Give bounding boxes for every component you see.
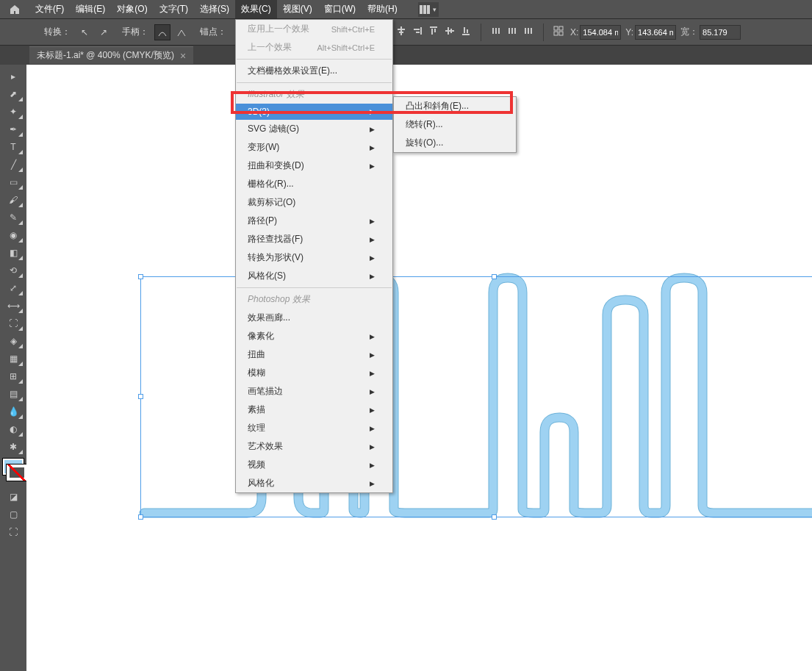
eraser-tool[interactable]: ◧ [2, 244, 24, 262]
selection-handle[interactable] [138, 274, 143, 279]
dd-crop-marks[interactable]: 裁剪标记(O) [236, 193, 392, 212]
toolbox: ▸ ⬈ ✦ ✒ T ╱ ▭ 🖌 ✎ ◉ ◧ ⟲ ⤢ ⟷ ⛶ ◈ ▦ ⊞ ▤ 💧 … [0, 65, 26, 671]
svg-rect-17 [450, 29, 452, 33]
dd-convert-shape[interactable]: 转换为形状(V)▶ [236, 248, 392, 267]
workspace-switcher[interactable] [418, 2, 439, 17]
anchor-label: 锚点： [200, 26, 226, 38]
sub-revolve[interactable]: 绕转(R)... [394, 115, 516, 134]
line-tool[interactable]: ╱ [2, 156, 24, 173]
screen-mode-icon[interactable]: ⛶ [2, 523, 24, 541]
dd-path[interactable]: 路径(P)▶ [236, 212, 392, 230]
perspective-tool[interactable]: ▦ [2, 350, 24, 367]
dd-distort[interactable]: 扭曲和变换(D)▶ [236, 157, 392, 175]
y-coord: Y: [625, 25, 676, 40]
dist-3-icon[interactable] [521, 24, 536, 38]
dd-blur[interactable]: 模糊▶ [236, 364, 392, 382]
w-input[interactable] [700, 25, 741, 40]
main-menu: 文件(F) 编辑(E) 对象(O) 文字(T) 选择(S) 效果(C) 视图(V… [29, 0, 403, 18]
dd-artistic[interactable]: 艺术效果▶ [236, 437, 392, 456]
tab-title: 未标题-1.ai* @ 400% (CMYK/预览) [37, 49, 174, 62]
svg-rect-32 [554, 32, 558, 35]
document-tab[interactable]: 未标题-1.ai* @ 400% (CMYK/预览) × [29, 46, 193, 64]
menu-edit[interactable]: 编辑(E) [70, 0, 111, 18]
type-tool[interactable]: T [2, 138, 24, 156]
convert-smooth-icon[interactable]: ↗ [96, 24, 112, 40]
dd-rasterize[interactable]: 栅格化(R)... [236, 175, 392, 193]
x-input[interactable] [580, 25, 621, 40]
dd-brush-strokes[interactable]: 画笔描边▶ [236, 382, 392, 401]
dd-texture[interactable]: 纹理▶ [236, 419, 392, 437]
selection-handle[interactable] [492, 274, 497, 279]
dd-video[interactable]: 视频▶ [236, 456, 392, 474]
svg-rect-33 [559, 32, 563, 35]
dd-pixelate[interactable]: 像素化▶ [236, 327, 392, 345]
menu-help[interactable]: 帮助(H) [362, 0, 403, 18]
align-vcenter-icon[interactable] [442, 24, 457, 38]
handle-icon-1[interactable] [154, 24, 170, 40]
dd-last-effect: 上一个效果Alt+Shift+Ctrl+E [236, 38, 392, 57]
stroke-swatch[interactable] [7, 464, 27, 481]
dd-distort-p[interactable]: 扭曲▶ [236, 345, 392, 364]
gradient-tool[interactable]: ▤ [2, 385, 24, 403]
width-tool[interactable]: ⟷ [2, 297, 24, 315]
sub-extrude-bevel[interactable]: 凸出和斜角(E)... [394, 97, 516, 115]
menu-type[interactable]: 文字(T) [154, 0, 194, 18]
dd-stylize-p[interactable]: 风格化▶ [236, 474, 392, 492]
dist-2-icon[interactable] [505, 24, 520, 38]
color-mode-icon[interactable]: ◪ [2, 488, 24, 506]
svg-rect-22 [495, 28, 497, 34]
handle-icon-2[interactable] [173, 24, 190, 40]
brush-tool[interactable]: 🖌 [2, 191, 24, 209]
free-transform-tool[interactable]: ⛶ [2, 315, 24, 332]
grid-icon[interactable] [551, 24, 566, 38]
mesh-tool[interactable]: ⊞ [2, 367, 24, 385]
pencil-tool[interactable]: ✎ [2, 209, 24, 226]
align-icons [378, 24, 566, 41]
dd-svg-filters[interactable]: SVG 滤镜(G)▶ [236, 120, 392, 138]
dd-warp[interactable]: 变形(W)▶ [236, 138, 392, 157]
dd-effect-gallery[interactable]: 效果画廊... [236, 309, 392, 327]
control-bar: 转换： ↖ ↗ 手柄： 锚点： X: Y: 宽： [0, 19, 812, 46]
symbol-sprayer-tool[interactable]: ✱ [2, 438, 24, 456]
svg-rect-26 [514, 28, 516, 34]
workspace: ▸ ⬈ ✦ ✒ T ╱ ▭ 🖌 ✎ ◉ ◧ ⟲ ⤢ ⟷ ⛶ ◈ ▦ ⊞ ▤ 💧 … [0, 65, 812, 671]
align-right-icon[interactable] [410, 24, 425, 38]
home-icon[interactable] [6, 1, 24, 18]
menu-view[interactable]: 视图(V) [277, 0, 318, 18]
y-input[interactable] [635, 25, 676, 40]
selection-tool[interactable]: ▸ [2, 68, 24, 85]
rectangle-tool[interactable]: ▭ [2, 173, 24, 191]
menu-select[interactable]: 选择(S) [194, 0, 235, 18]
selection-handle[interactable] [138, 514, 143, 520]
align-hcenter-icon[interactable] [394, 24, 409, 38]
pen-tool[interactable]: ✒ [2, 121, 24, 138]
align-bottom-icon[interactable] [459, 24, 473, 38]
sub-rotate[interactable]: 旋转(O)... [394, 134, 516, 152]
menu-window[interactable]: 窗口(W) [318, 0, 362, 18]
convert-anchor-icon[interactable]: ↖ [76, 24, 93, 40]
rotate-tool[interactable]: ⟲ [2, 262, 24, 279]
canvas[interactable] [26, 65, 812, 671]
draw-mode-icon[interactable]: ▢ [2, 506, 24, 523]
menu-effect[interactable]: 效果(C) [235, 0, 277, 18]
menu-file[interactable]: 文件(F) [29, 0, 70, 18]
dd-stylize-i[interactable]: 风格化(S)▶ [236, 267, 392, 285]
selection-handle[interactable] [492, 514, 497, 520]
selection-handle[interactable] [138, 394, 143, 399]
scale-tool[interactable]: ⤢ [2, 279, 24, 297]
direct-selection-tool[interactable]: ⬈ [2, 85, 24, 103]
dd-doc-raster[interactable]: 文档栅格效果设置(E)... [236, 62, 392, 80]
eyedropper-tool[interactable]: 💧 [2, 403, 24, 420]
dd-pathfinder[interactable]: 路径查找器(F)▶ [236, 230, 392, 248]
menu-object[interactable]: 对象(O) [111, 0, 153, 18]
shape-builder-tool[interactable]: ◈ [2, 332, 24, 350]
dd-3d[interactable]: 3D(3)▶ [236, 104, 392, 120]
dist-1-icon[interactable] [489, 24, 503, 38]
blob-brush-tool[interactable]: ◉ [2, 226, 24, 244]
blend-tool[interactable]: ◐ [2, 420, 24, 438]
svg-rect-1 [423, 5, 426, 14]
tab-close-icon[interactable]: × [180, 50, 186, 62]
align-top-icon[interactable] [426, 24, 441, 38]
magic-wand-tool[interactable]: ✦ [2, 103, 24, 121]
dd-sketch[interactable]: 素描▶ [236, 401, 392, 419]
